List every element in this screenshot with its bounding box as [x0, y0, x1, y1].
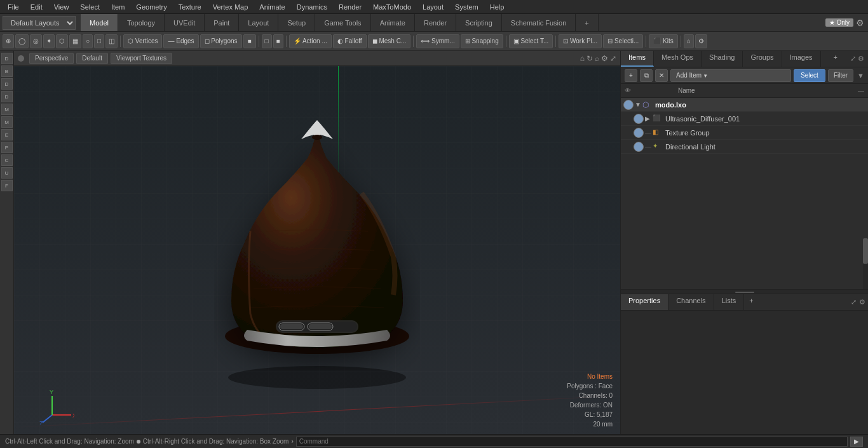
selecti-button[interactable]: ⊟ Selecti... [603, 34, 643, 48]
tree-item-root[interactable]: ▼ ⬡ modo.lxo [621, 98, 868, 112]
tool-star[interactable]: ✦ [43, 34, 55, 48]
sidebar-tool-6[interactable]: M [1, 116, 13, 128]
panel-expand[interactable]: ⤢ [850, 55, 856, 63]
select-t-button[interactable]: ▣ Select T... [509, 34, 553, 48]
sidebar-tool-3[interactable]: D [1, 78, 13, 90]
tab-mesh-ops[interactable]: Mesh Ops [654, 51, 702, 67]
viewport-textures-button[interactable]: Viewport Textures [111, 53, 172, 64]
vp-icon-rotate[interactable]: ↻ [587, 54, 593, 63]
sidebar-tool-4[interactable]: D [1, 91, 13, 102]
vp-icon-expand[interactable]: ⤢ [610, 54, 616, 63]
sidebar-tool-5[interactable]: M [1, 104, 13, 115]
tool-select-mode[interactable]: ⊕ [3, 34, 14, 48]
execute-button[interactable]: ▶ [850, 437, 863, 447]
tab-render[interactable]: Render [415, 14, 456, 31]
sidebar-tool-8[interactable]: P [1, 142, 13, 153]
tab-scripting[interactable]: Scripting [456, 14, 502, 31]
add-plus-btn[interactable]: + [625, 69, 637, 82]
menu-vertex-map[interactable]: Vertex Map [208, 2, 254, 12]
mesh-c-button[interactable]: ◼ Mesh C... [368, 34, 411, 48]
vp-icon-search[interactable]: ⌕ [595, 54, 599, 63]
menu-file[interactable]: File [3, 2, 24, 12]
menu-render[interactable]: Render [334, 2, 367, 12]
vp-icon-home[interactable]: ⌂ [580, 54, 585, 63]
sidebar-tool-9[interactable]: C [1, 154, 13, 166]
tool-target[interactable]: ◎ [30, 34, 42, 48]
tab-uvedit[interactable]: UVEdit [165, 14, 205, 31]
symm-button[interactable]: ⟺ Symm... [416, 34, 459, 48]
tool-s[interactable]: □ [94, 34, 104, 48]
menu-layout[interactable]: Layout [417, 2, 449, 12]
tool-home[interactable]: ⌂ [684, 34, 694, 48]
scrollbar-thumb[interactable] [863, 238, 868, 264]
tab-topology[interactable]: Topology [118, 14, 165, 31]
menu-animate[interactable]: Animate [254, 2, 290, 12]
tab-channels[interactable]: Channels [668, 294, 714, 310]
tree-item-dir-light[interactable]: — ✦ Directional Light [621, 140, 868, 154]
eye-texture-group[interactable] [634, 128, 644, 138]
tool-grid[interactable]: ▦ [69, 34, 81, 48]
tab-shading[interactable]: Shading [702, 51, 743, 67]
sidebar-tool-1[interactable]: D [1, 53, 13, 64]
tool-a[interactable]: □ [262, 34, 272, 48]
kits-button[interactable]: ⬛ Kits [649, 34, 677, 48]
eye-diffuser[interactable] [634, 114, 644, 124]
tab-images[interactable]: Images [782, 51, 821, 67]
panel-tab-add[interactable]: + [829, 51, 843, 67]
tab-animate[interactable]: Animate [371, 14, 415, 31]
tab-layout[interactable]: Layout [239, 14, 278, 31]
polygons-button[interactable]: ◻ Polygons [200, 34, 242, 48]
tab-schematic-fusion[interactable]: Schematic Fusion [502, 14, 576, 31]
tree-item-diffuser[interactable]: ▶ ⬛ Ultrasonic_Diffuser_001 [621, 112, 868, 126]
tool-b[interactable]: ■ [273, 34, 283, 48]
falloff-button[interactable]: ◐ Falloff [333, 34, 367, 48]
tab-setup[interactable]: Setup [278, 14, 315, 31]
action-button[interactable]: ⚡ Action ... [289, 34, 332, 48]
vertices-button[interactable]: ⬡ Vertices [123, 34, 162, 48]
tool-settings[interactable]: ⚙ [695, 34, 707, 48]
layout-dropdown[interactable]: Default Layouts [3, 16, 76, 30]
expand-texture-group[interactable]: — [645, 129, 653, 136]
command-input[interactable] [296, 437, 848, 447]
dup-btn[interactable]: ⧉ [640, 69, 653, 82]
del-btn[interactable]: ✕ [655, 69, 668, 82]
menu-help[interactable]: Help [485, 2, 510, 12]
edges-button[interactable]: — Edges [163, 34, 198, 48]
tool-s2[interactable]: ◫ [105, 34, 118, 48]
menu-edit[interactable]: Edit [25, 2, 48, 12]
menu-system[interactable]: System [450, 2, 484, 12]
snapping-button[interactable]: ⊞ Snapping [461, 34, 503, 48]
default-button[interactable]: Default [76, 53, 108, 64]
menu-item[interactable]: Item [106, 2, 130, 12]
perspective-button[interactable]: Perspective [29, 53, 74, 64]
eye-dir-light[interactable] [634, 142, 644, 152]
panel-collapse[interactable]: ▼ [857, 72, 864, 79]
tab-add[interactable]: + [576, 14, 598, 31]
prop-settings-icon[interactable]: ⚙ [859, 298, 865, 306]
menu-view[interactable]: View [49, 2, 74, 12]
menu-maxtomodo[interactable]: MaxToModo [368, 2, 416, 12]
tool-transform[interactable]: ⬡ [56, 34, 68, 48]
panel-settings[interactable]: ⚙ [858, 55, 864, 63]
tree-item-texture-group[interactable]: — ◧ Texture Group [621, 126, 868, 140]
sidebar-tool-2[interactable]: B [1, 65, 13, 77]
tab-paint[interactable]: Paint [205, 14, 239, 31]
add-item-button[interactable]: Add Item [670, 69, 791, 82]
prop-expand-icon[interactable]: ⤢ [851, 298, 857, 306]
vp-icon-gear[interactable]: ⚙ [601, 54, 608, 63]
tree-divider[interactable] [621, 289, 868, 294]
component-button[interactable]: ■ [243, 34, 256, 48]
filter-button[interactable]: Filter [828, 69, 853, 82]
eye-root[interactable] [623, 100, 634, 110]
tab-items[interactable]: Items [621, 51, 654, 67]
expand-dir-light[interactable]: — [645, 143, 653, 150]
tab-game-tools[interactable]: Game Tools [315, 14, 371, 31]
sidebar-tool-7[interactable]: E [1, 129, 13, 140]
expand-root[interactable]: ▼ [635, 101, 642, 108]
add-layout-button[interactable]: ⚙ [856, 18, 864, 28]
menu-dynamics[interactable]: Dynamics [292, 2, 332, 12]
tool-sphere[interactable]: ◯ [15, 34, 29, 48]
select-button[interactable]: Select [794, 69, 825, 82]
expand-diffuser[interactable]: ▶ [645, 115, 653, 122]
tab-properties[interactable]: Properties [621, 294, 668, 310]
